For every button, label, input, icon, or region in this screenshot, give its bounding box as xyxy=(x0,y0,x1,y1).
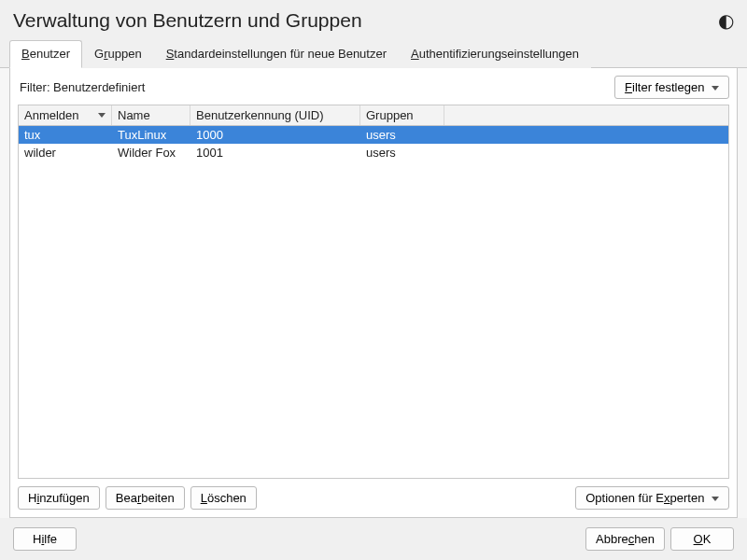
chevron-down-icon xyxy=(712,497,719,501)
cancel-button[interactable]: Abbrechen xyxy=(585,527,665,551)
user-table: Anmelden Name Benutzerkennung (UID) Grup… xyxy=(18,105,729,479)
cell-uid: 1000 xyxy=(190,126,360,144)
delete-button[interactable]: Löschen xyxy=(190,486,257,510)
cell-groups: users xyxy=(360,144,444,161)
dialog-footer: Hilfe Abbrechen OK xyxy=(0,518,747,560)
col-header-fill xyxy=(444,105,728,125)
ok-button[interactable]: OK xyxy=(670,527,734,551)
moon-icon[interactable]: ◐ xyxy=(718,9,734,32)
tab-auth[interactable]: Authentifizierungseinstellungen xyxy=(399,40,591,68)
col-header-name[interactable]: Name xyxy=(112,105,190,125)
edit-button[interactable]: Bearbeiten xyxy=(106,486,185,510)
cell-uid: 1001 xyxy=(190,144,360,161)
cell-name: TuxLinux xyxy=(112,126,190,144)
tab-panel-benutzer: Filter: Benutzerdefiniert Filter festleg… xyxy=(9,68,738,518)
cell-login: wilder xyxy=(19,144,112,161)
col-header-login[interactable]: Anmelden xyxy=(19,105,112,125)
tab-benutzer[interactable]: Benutzer xyxy=(9,40,82,68)
action-row: Hinzufügen Bearbeiten Löschen Optionen f… xyxy=(18,486,729,510)
tab-bar: Benutzer Gruppen Standardeinstellungen f… xyxy=(0,39,747,68)
help-button[interactable]: Hilfe xyxy=(13,527,77,551)
window-header: Verwaltung von Benutzern und Gruppen ◐ xyxy=(0,0,747,39)
chevron-down-icon xyxy=(712,86,719,91)
table-row[interactable]: wilderWilder Fox1001users xyxy=(19,144,728,161)
cell-groups: users xyxy=(360,126,444,144)
tab-defaults[interactable]: Standardeinstellungen für neue Benutzer xyxy=(154,40,399,68)
table-body: tuxTuxLinux1000userswilderWilder Fox1001… xyxy=(19,126,728,478)
page-title: Verwaltung von Benutzern und Gruppen xyxy=(13,9,718,32)
filter-row: Filter: Benutzerdefiniert Filter festleg… xyxy=(18,76,729,99)
filter-set-button[interactable]: Filter festlegen xyxy=(614,76,729,99)
cell-name: Wilder Fox xyxy=(112,144,190,161)
add-button[interactable]: Hinzufügen xyxy=(18,486,100,510)
tab-gruppen[interactable]: Gruppen xyxy=(82,40,154,68)
col-header-groups[interactable]: Gruppen xyxy=(360,105,444,125)
expert-options-button[interactable]: Optionen für Experten xyxy=(575,486,729,510)
filter-label: Filter: Benutzerdefiniert xyxy=(18,80,614,94)
cell-login: tux xyxy=(19,126,112,144)
col-header-uid[interactable]: Benutzerkennung (UID) xyxy=(190,105,360,125)
sort-desc-icon xyxy=(98,113,106,118)
table-header: Anmelden Name Benutzerkennung (UID) Grup… xyxy=(19,105,728,126)
table-row[interactable]: tuxTuxLinux1000users xyxy=(19,126,728,144)
